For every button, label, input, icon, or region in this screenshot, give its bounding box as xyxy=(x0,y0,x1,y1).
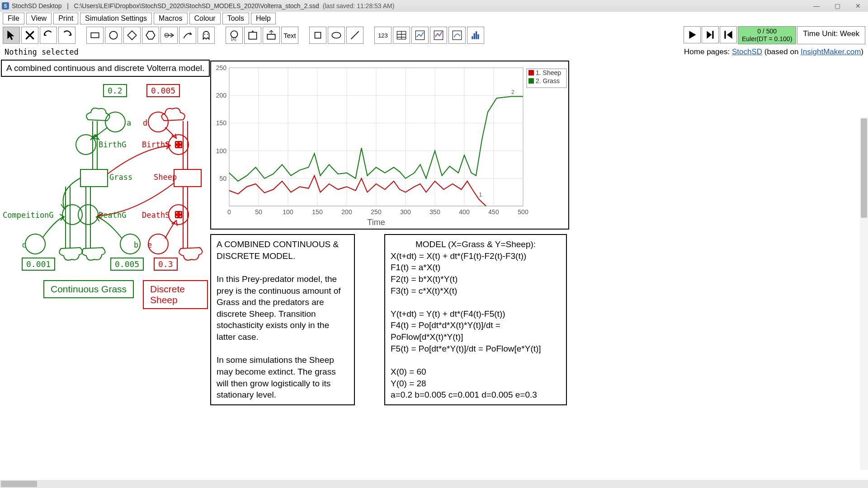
stock-tool[interactable] xyxy=(86,27,104,44)
svg-point-3 xyxy=(204,34,205,35)
label-births: BirthS xyxy=(142,140,170,149)
continuous-grass-label[interactable]: Continuous Grass xyxy=(43,280,134,298)
menu-print[interactable]: Print xyxy=(53,13,78,24)
svg-text:150: 150 xyxy=(312,208,323,216)
svg-rect-30 xyxy=(175,141,182,148)
svg-text:1: 1 xyxy=(479,192,482,198)
param-d[interactable]: 0.005 xyxy=(146,84,180,97)
rect-container-tool[interactable] xyxy=(244,27,261,44)
model-diagram[interactable]: 0.2 0.005 a d BirthG BirthS Grass Sheep … xyxy=(0,77,208,357)
svg-rect-18 xyxy=(477,34,479,39)
svg-text:0: 0 xyxy=(227,208,231,216)
arrow-up-tool[interactable] xyxy=(263,27,280,44)
svg-point-25 xyxy=(78,205,98,225)
discrete-sheep-label[interactable]: Discrete Sheep xyxy=(143,280,208,309)
close-icon[interactable]: ✕ xyxy=(854,2,863,9)
time-plot[interactable]: 1205010015020025030035040045050050100150… xyxy=(210,61,569,230)
menu-tools[interactable]: Tools xyxy=(222,13,249,24)
vertical-scrollbar[interactable] xyxy=(860,117,868,470)
label-grass: Grass xyxy=(109,173,132,182)
menu-macros[interactable]: Macros xyxy=(154,13,187,24)
file-path: C:\Users\LEIF\Dropbox\StochSD_2020\Stoch… xyxy=(74,2,319,9)
solver-settings-button[interactable]: 0 / 500 Euler(DT = 0.100) xyxy=(738,26,796,44)
square-prim-tool[interactable] xyxy=(309,27,326,44)
text-tool[interactable]: Text xyxy=(281,27,298,44)
svg-text:400: 400 xyxy=(459,208,470,216)
ellipse-prim-tool[interactable] xyxy=(328,27,345,44)
diamond-tool[interactable] xyxy=(123,27,141,44)
scatter-tool[interactable] xyxy=(448,27,466,44)
menu-simulation-settings[interactable]: Simulation Settings xyxy=(80,13,152,24)
svg-text:100: 100 xyxy=(283,208,293,216)
rewind-button[interactable] xyxy=(720,26,737,43)
desc-title: A COMBINED CONTINUOUS & DISCRETE MODEL. xyxy=(217,239,349,262)
svg-rect-17 xyxy=(476,31,477,39)
description-panel[interactable]: A COMBINED CONTINUOUS & DISCRETE MODEL. … xyxy=(210,234,355,405)
menu-colour[interactable]: Colour xyxy=(189,13,221,24)
param-e[interactable]: 0.3 xyxy=(154,258,178,271)
toolbar: [A] Text 123 0 / 500 Euler(DT = 0.100) T… xyxy=(0,25,868,45)
insightmaker-link[interactable]: InsightMaker.com xyxy=(801,47,861,56)
circle-tool[interactable] xyxy=(105,27,122,44)
hexagon-tool[interactable] xyxy=(142,27,159,44)
histogram-tool[interactable] xyxy=(467,27,484,44)
multi-chart-tool[interactable] xyxy=(430,27,447,44)
model-l6: F4(t) = Po[dt*d*X(t)*Y(t)]/dt = PoFlow[d… xyxy=(391,319,561,343)
label-birthg: BirthG xyxy=(99,140,126,149)
svg-rect-16 xyxy=(474,33,475,39)
svg-text:200: 200 xyxy=(216,92,227,99)
svg-point-33 xyxy=(176,146,178,147)
delete-tool[interactable] xyxy=(21,27,38,44)
model-panel[interactable]: MODEL (X=Grass & Y=Sheep): X(t+dt) = X(t… xyxy=(384,234,567,405)
svg-rect-23 xyxy=(80,169,108,187)
line-prim-tool[interactable] xyxy=(346,27,363,44)
model-l2: F1(t) = a*X(t) xyxy=(391,262,561,273)
desc-p1: In this Prey-predator model, the prey is… xyxy=(217,273,349,343)
svg-rect-19 xyxy=(712,31,713,39)
line-chart-tool[interactable] xyxy=(411,27,429,44)
param-b[interactable]: 0.005 xyxy=(110,258,144,271)
svg-point-4 xyxy=(207,34,208,35)
model-l1: X(t+dt) = X(t) + dt*(F1(t)-F2(t)-F3(t)) xyxy=(391,250,561,262)
maximize-icon[interactable]: ▢ xyxy=(833,2,842,9)
auxiliary-tool[interactable]: [A] xyxy=(226,27,243,44)
svg-rect-80 xyxy=(528,70,534,75)
svg-point-40 xyxy=(176,216,178,217)
link-tool[interactable] xyxy=(179,27,196,44)
pointer-tool[interactable] xyxy=(3,27,20,44)
titlebar: S StochSD Desktop | C:\Users\LEIF\Dropbo… xyxy=(0,0,868,12)
play-button[interactable] xyxy=(684,26,701,43)
redo-button[interactable] xyxy=(58,27,75,44)
menubar: File View Print Simulation Settings Macr… xyxy=(0,12,868,25)
svg-point-34 xyxy=(180,146,181,147)
menu-view[interactable]: View xyxy=(26,13,52,24)
model-l7: F5(t) = Po[dt*e*Y(t)]/dt = PoFlow[e*Y(t)… xyxy=(391,343,561,355)
model-caption[interactable]: A combined continuous and discrete Volte… xyxy=(1,60,210,77)
svg-point-1 xyxy=(109,31,117,39)
svg-text:Time: Time xyxy=(367,218,385,227)
canvas[interactable]: A combined continuous and discrete Volte… xyxy=(0,59,868,479)
table-display-tool[interactable] xyxy=(393,27,410,44)
svg-rect-15 xyxy=(472,36,473,39)
menu-help[interactable]: Help xyxy=(251,13,276,24)
svg-rect-9 xyxy=(315,33,321,38)
time-unit-button[interactable]: Time Unit: Week xyxy=(797,26,865,44)
app-name: StochSD Desktop xyxy=(12,2,62,9)
flow-tool[interactable] xyxy=(160,27,178,44)
menu-file[interactable]: File xyxy=(3,13,24,24)
minimize-icon[interactable]: — xyxy=(812,2,821,9)
step-button[interactable] xyxy=(702,26,719,43)
ghost-tool[interactable] xyxy=(198,27,215,44)
svg-text:[A]: [A] xyxy=(231,37,236,41)
number-display-tool[interactable]: 123 xyxy=(374,27,392,44)
statusbar: Nothing selected Home pages: StochSD (ba… xyxy=(0,45,868,59)
model-title: MODEL (X=Grass & Y=Sheep): xyxy=(391,239,561,250)
param-c[interactable]: 0.001 xyxy=(22,258,55,271)
param-a[interactable]: 0.2 xyxy=(103,84,127,97)
svg-rect-35 xyxy=(174,169,201,187)
horizontal-scrollbar[interactable] xyxy=(0,480,868,488)
undo-button[interactable] xyxy=(40,27,57,44)
stochsd-link[interactable]: StochSD xyxy=(732,47,762,56)
svg-rect-7 xyxy=(249,33,256,39)
svg-text:350: 350 xyxy=(429,208,440,216)
